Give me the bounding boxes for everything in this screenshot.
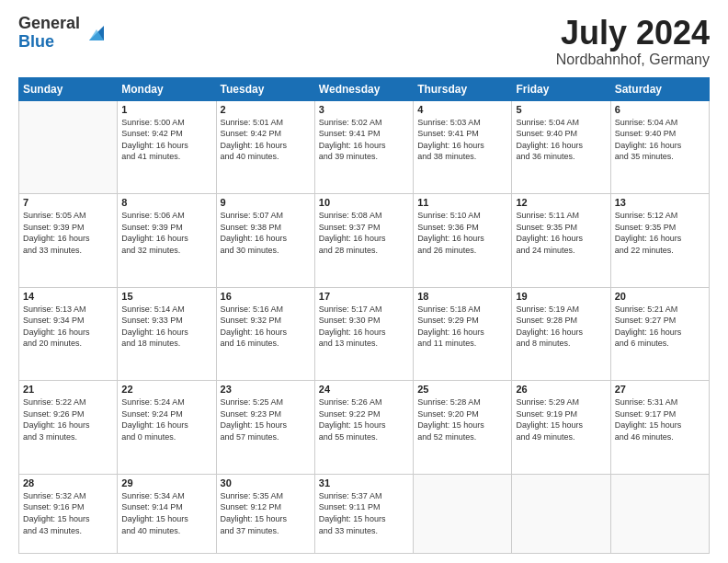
day-number: 6 bbox=[615, 104, 705, 115]
day-info: Sunrise: 5:34 AMSunset: 9:14 PMDaylight:… bbox=[121, 490, 211, 536]
logo-triangle-icon bbox=[84, 20, 109, 46]
calendar-day-cell bbox=[19, 100, 118, 194]
calendar-day-cell: 21Sunrise: 5:22 AMSunset: 9:26 PMDayligh… bbox=[19, 381, 118, 475]
calendar-day-cell: 5Sunrise: 5:04 AMSunset: 9:40 PMDaylight… bbox=[512, 100, 610, 194]
day-info: Sunrise: 5:12 AMSunset: 9:35 PMDaylight:… bbox=[615, 210, 705, 256]
day-info: Sunrise: 5:10 AMSunset: 9:36 PMDaylight:… bbox=[417, 210, 507, 256]
day-number: 19 bbox=[516, 291, 606, 302]
calendar-day-cell: 20Sunrise: 5:21 AMSunset: 9:27 PMDayligh… bbox=[610, 287, 709, 381]
day-info: Sunrise: 5:26 AMSunset: 9:22 PMDaylight:… bbox=[319, 396, 409, 442]
day-number: 27 bbox=[615, 384, 705, 395]
calendar-header-monday: Monday bbox=[118, 77, 216, 100]
calendar-day-cell: 23Sunrise: 5:25 AMSunset: 9:23 PMDayligh… bbox=[216, 381, 314, 475]
day-number: 9 bbox=[221, 197, 311, 208]
calendar-day-cell: 4Sunrise: 5:03 AMSunset: 9:41 PMDaylight… bbox=[414, 100, 512, 194]
day-info: Sunrise: 5:18 AMSunset: 9:29 PMDaylight:… bbox=[417, 304, 507, 350]
day-info: Sunrise: 5:16 AMSunset: 9:32 PMDaylight:… bbox=[221, 304, 311, 350]
day-info: Sunrise: 5:03 AMSunset: 9:41 PMDaylight:… bbox=[417, 117, 507, 163]
day-number: 23 bbox=[221, 384, 311, 395]
calendar-day-cell: 14Sunrise: 5:13 AMSunset: 9:34 PMDayligh… bbox=[19, 287, 118, 381]
calendar-header-saturday: Saturday bbox=[610, 77, 709, 100]
calendar-day-cell: 25Sunrise: 5:28 AMSunset: 9:20 PMDayligh… bbox=[414, 381, 512, 475]
calendar-header-wednesday: Wednesday bbox=[314, 77, 413, 100]
day-number: 31 bbox=[319, 477, 409, 488]
calendar-day-cell: 30Sunrise: 5:35 AMSunset: 9:12 PMDayligh… bbox=[216, 474, 314, 553]
day-info: Sunrise: 5:25 AMSunset: 9:23 PMDaylight:… bbox=[221, 396, 311, 442]
day-number: 5 bbox=[516, 104, 606, 115]
day-number: 2 bbox=[221, 104, 311, 115]
day-info: Sunrise: 5:29 AMSunset: 9:19 PMDaylight:… bbox=[516, 396, 606, 442]
calendar-day-cell bbox=[610, 474, 709, 553]
calendar-day-cell: 3Sunrise: 5:02 AMSunset: 9:41 PMDaylight… bbox=[314, 100, 413, 194]
title-location: Nordbahnhof, Germany bbox=[556, 52, 710, 68]
day-info: Sunrise: 5:06 AMSunset: 9:39 PMDaylight:… bbox=[121, 210, 211, 256]
day-info: Sunrise: 5:07 AMSunset: 9:38 PMDaylight:… bbox=[221, 210, 311, 256]
calendar-week-row: 14Sunrise: 5:13 AMSunset: 9:34 PMDayligh… bbox=[19, 287, 710, 381]
calendar-day-cell: 18Sunrise: 5:18 AMSunset: 9:29 PMDayligh… bbox=[414, 287, 512, 381]
calendar-day-cell: 31Sunrise: 5:37 AMSunset: 9:11 PMDayligh… bbox=[314, 474, 413, 553]
day-info: Sunrise: 5:04 AMSunset: 9:40 PMDaylight:… bbox=[615, 117, 705, 163]
day-number: 15 bbox=[121, 291, 211, 302]
page: General Blue July 2024 Nordbahnhof, Germ… bbox=[0, 0, 728, 563]
calendar-header-row: SundayMondayTuesdayWednesdayThursdayFrid… bbox=[19, 77, 710, 100]
day-info: Sunrise: 5:13 AMSunset: 9:34 PMDaylight:… bbox=[23, 304, 113, 350]
calendar-week-row: 1Sunrise: 5:00 AMSunset: 9:42 PMDaylight… bbox=[19, 100, 710, 194]
calendar-day-cell: 24Sunrise: 5:26 AMSunset: 9:22 PMDayligh… bbox=[314, 381, 413, 475]
day-number: 24 bbox=[319, 384, 409, 395]
day-number: 14 bbox=[23, 291, 113, 302]
day-number: 26 bbox=[516, 384, 606, 395]
day-info: Sunrise: 5:31 AMSunset: 9:17 PMDaylight:… bbox=[615, 396, 705, 442]
calendar-day-cell: 19Sunrise: 5:19 AMSunset: 9:28 PMDayligh… bbox=[512, 287, 610, 381]
day-number: 17 bbox=[319, 291, 409, 302]
calendar-week-row: 28Sunrise: 5:32 AMSunset: 9:16 PMDayligh… bbox=[19, 474, 710, 553]
day-info: Sunrise: 5:32 AMSunset: 9:16 PMDaylight:… bbox=[23, 490, 113, 536]
day-info: Sunrise: 5:37 AMSunset: 9:11 PMDaylight:… bbox=[319, 490, 409, 536]
day-number: 28 bbox=[23, 477, 113, 488]
day-info: Sunrise: 5:17 AMSunset: 9:30 PMDaylight:… bbox=[319, 304, 409, 350]
calendar-day-cell: 9Sunrise: 5:07 AMSunset: 9:38 PMDaylight… bbox=[216, 194, 314, 288]
calendar-day-cell: 2Sunrise: 5:01 AMSunset: 9:42 PMDaylight… bbox=[216, 100, 314, 194]
calendar-day-cell: 13Sunrise: 5:12 AMSunset: 9:35 PMDayligh… bbox=[610, 194, 709, 288]
title-block: July 2024 Nordbahnhof, Germany bbox=[556, 15, 710, 68]
day-info: Sunrise: 5:05 AMSunset: 9:39 PMDaylight:… bbox=[23, 210, 113, 256]
day-info: Sunrise: 5:02 AMSunset: 9:41 PMDaylight:… bbox=[319, 117, 409, 163]
calendar-day-cell bbox=[512, 474, 610, 553]
calendar-day-cell: 10Sunrise: 5:08 AMSunset: 9:37 PMDayligh… bbox=[314, 194, 413, 288]
calendar-day-cell: 11Sunrise: 5:10 AMSunset: 9:36 PMDayligh… bbox=[414, 194, 512, 288]
day-number: 7 bbox=[23, 197, 113, 208]
calendar-header-thursday: Thursday bbox=[414, 77, 512, 100]
calendar-header-tuesday: Tuesday bbox=[216, 77, 314, 100]
day-number: 8 bbox=[121, 197, 211, 208]
calendar-day-cell: 1Sunrise: 5:00 AMSunset: 9:42 PMDaylight… bbox=[118, 100, 216, 194]
calendar-day-cell: 17Sunrise: 5:17 AMSunset: 9:30 PMDayligh… bbox=[314, 287, 413, 381]
day-number: 3 bbox=[319, 104, 409, 115]
day-info: Sunrise: 5:22 AMSunset: 9:26 PMDaylight:… bbox=[23, 396, 113, 442]
calendar-day-cell: 7Sunrise: 5:05 AMSunset: 9:39 PMDaylight… bbox=[19, 194, 118, 288]
day-number: 25 bbox=[417, 384, 507, 395]
calendar-day-cell: 22Sunrise: 5:24 AMSunset: 9:24 PMDayligh… bbox=[118, 381, 216, 475]
day-info: Sunrise: 5:08 AMSunset: 9:37 PMDaylight:… bbox=[319, 210, 409, 256]
day-number: 22 bbox=[121, 384, 211, 395]
day-number: 12 bbox=[516, 197, 606, 208]
calendar-day-cell bbox=[414, 474, 512, 553]
day-number: 18 bbox=[417, 291, 507, 302]
title-month: July 2024 bbox=[556, 15, 710, 52]
calendar-day-cell: 12Sunrise: 5:11 AMSunset: 9:35 PMDayligh… bbox=[512, 194, 610, 288]
logo-text: General Blue bbox=[18, 15, 80, 52]
calendar-week-row: 7Sunrise: 5:05 AMSunset: 9:39 PMDaylight… bbox=[19, 194, 710, 288]
day-number: 16 bbox=[221, 291, 311, 302]
calendar-table: SundayMondayTuesdayWednesdayThursdayFrid… bbox=[18, 77, 710, 554]
calendar-day-cell: 28Sunrise: 5:32 AMSunset: 9:16 PMDayligh… bbox=[19, 474, 118, 553]
day-number: 10 bbox=[319, 197, 409, 208]
day-number: 30 bbox=[221, 477, 311, 488]
calendar-day-cell: 27Sunrise: 5:31 AMSunset: 9:17 PMDayligh… bbox=[610, 381, 709, 475]
calendar-day-cell: 8Sunrise: 5:06 AMSunset: 9:39 PMDaylight… bbox=[118, 194, 216, 288]
calendar-header-friday: Friday bbox=[512, 77, 610, 100]
calendar-day-cell: 16Sunrise: 5:16 AMSunset: 9:32 PMDayligh… bbox=[216, 287, 314, 381]
day-number: 4 bbox=[417, 104, 507, 115]
day-number: 13 bbox=[615, 197, 705, 208]
calendar-week-row: 21Sunrise: 5:22 AMSunset: 9:26 PMDayligh… bbox=[19, 381, 710, 475]
logo: General Blue bbox=[18, 15, 109, 52]
day-info: Sunrise: 5:24 AMSunset: 9:24 PMDaylight:… bbox=[121, 396, 211, 442]
header: General Blue July 2024 Nordbahnhof, Germ… bbox=[18, 15, 710, 68]
